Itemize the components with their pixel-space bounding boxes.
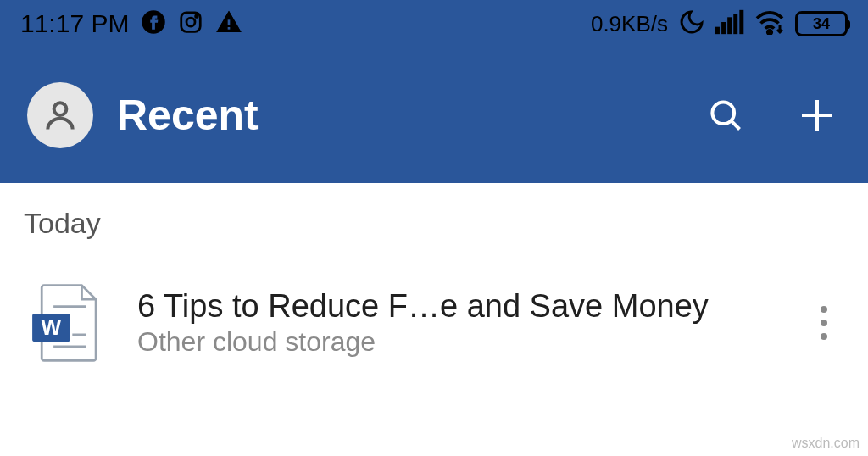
svg-rect-9 bbox=[733, 14, 737, 34]
instagram-icon bbox=[178, 9, 203, 38]
dot-icon bbox=[821, 306, 827, 313]
dot-icon bbox=[821, 333, 827, 340]
file-subtitle: Other cloud storage bbox=[137, 326, 773, 358]
status-bar: 11:17 PM 0.9KB/s 34 bbox=[0, 0, 868, 47]
network-speed: 0.9KB/s bbox=[591, 11, 668, 37]
svg-rect-6 bbox=[715, 27, 720, 34]
svg-point-2 bbox=[186, 18, 195, 26]
plus-icon bbox=[797, 95, 837, 136]
account-avatar[interactable] bbox=[27, 82, 93, 148]
word-doc-icon: W bbox=[27, 281, 103, 365]
file-row[interactable]: W 6 Tips to Reduce F…e and Save Money Ot… bbox=[20, 274, 848, 372]
file-name: 6 Tips to Reduce F…e and Save Money bbox=[137, 288, 773, 325]
page-title: Recent bbox=[117, 91, 658, 140]
signal-icon bbox=[715, 9, 744, 38]
search-icon bbox=[707, 97, 744, 134]
battery-icon: 34 bbox=[795, 11, 848, 36]
dot-icon bbox=[821, 320, 827, 326]
svg-rect-10 bbox=[739, 10, 743, 34]
warning-icon bbox=[215, 8, 242, 39]
svg-rect-8 bbox=[727, 17, 732, 34]
app-bar: Recent bbox=[0, 47, 868, 183]
svg-point-12 bbox=[54, 103, 67, 115]
section-header: Today bbox=[20, 207, 848, 240]
person-icon bbox=[42, 97, 79, 134]
wifi-icon bbox=[754, 9, 785, 38]
search-button[interactable] bbox=[702, 92, 749, 139]
add-button[interactable] bbox=[793, 92, 841, 139]
status-time: 11:17 PM bbox=[20, 9, 129, 38]
status-left: 11:17 PM bbox=[20, 8, 242, 39]
svg-line-14 bbox=[731, 120, 739, 129]
file-more-button[interactable] bbox=[807, 306, 848, 340]
svg-point-13 bbox=[712, 102, 734, 124]
svg-point-3 bbox=[196, 15, 198, 18]
svg-text:W: W bbox=[42, 315, 62, 339]
file-text: 6 Tips to Reduce F…e and Save Money Othe… bbox=[137, 288, 773, 358]
facebook-icon bbox=[141, 9, 166, 38]
battery-level: 34 bbox=[813, 15, 830, 33]
svg-point-11 bbox=[768, 31, 772, 35]
status-right: 0.9KB/s 34 bbox=[591, 8, 848, 39]
dnd-moon-icon bbox=[678, 8, 705, 39]
svg-rect-7 bbox=[721, 22, 726, 34]
svg-rect-5 bbox=[228, 27, 231, 30]
content-area: Today W 6 Tips to Reduce F…e and Save Mo… bbox=[0, 183, 868, 372]
watermark: wsxdn.com bbox=[792, 436, 860, 451]
svg-rect-4 bbox=[228, 19, 231, 25]
